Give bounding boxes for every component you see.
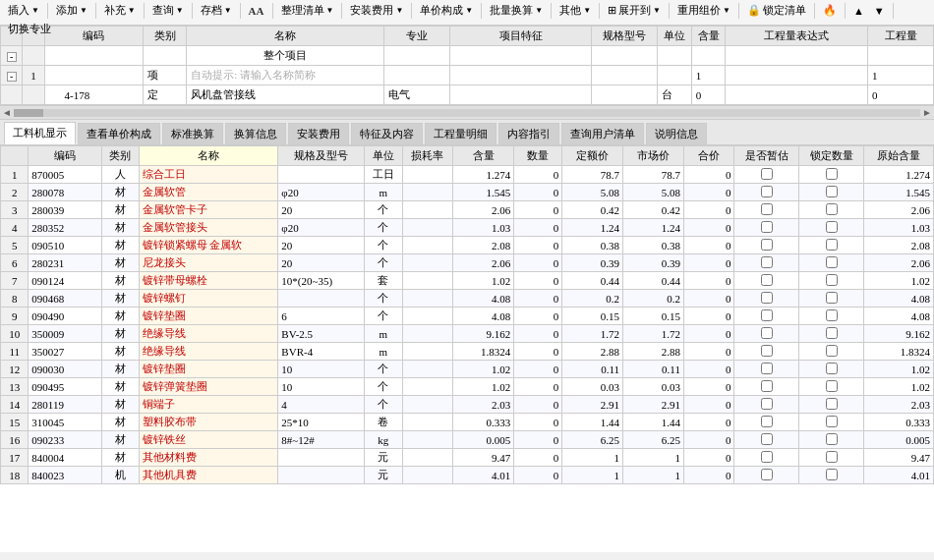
toolbar-down[interactable]: ▼	[870, 4, 889, 18]
lock-checkbox-2[interactable]	[826, 203, 838, 215]
tab-convert-info[interactable]: 换算信息	[225, 123, 286, 144]
row-est-16[interactable]	[734, 449, 799, 467]
toolbar-lock[interactable]: 🔒 锁定清单	[743, 2, 810, 19]
scroll-right[interactable]: ►	[922, 107, 932, 118]
row-lock-1[interactable]	[799, 184, 864, 201]
lock-checkbox-10[interactable]	[826, 345, 838, 357]
row-est-1[interactable]	[734, 184, 799, 201]
row-lock-8[interactable]	[799, 308, 864, 325]
lock-checkbox-0[interactable]	[826, 168, 838, 180]
tab-view-unit-price[interactable]: 查看单价构成	[78, 123, 160, 144]
row-est-8[interactable]	[734, 308, 799, 325]
tab-labor-material[interactable]: 工料机显示	[4, 122, 76, 144]
lock-checkbox-3[interactable]	[826, 221, 838, 233]
row-lock-13[interactable]	[799, 396, 864, 414]
toolbar-other[interactable]: 其他 ▼	[555, 2, 595, 19]
toolbar-reuse[interactable]: 重用组价 ▼	[673, 2, 734, 19]
est-checkbox-6[interactable]	[761, 274, 773, 286]
est-checkbox-15[interactable]	[761, 433, 773, 445]
row-est-13[interactable]	[734, 396, 799, 414]
lock-checkbox-5[interactable]	[826, 256, 838, 268]
row-lock-7[interactable]	[799, 290, 864, 308]
est-checkbox-14[interactable]	[761, 416, 773, 427]
row-est-11[interactable]	[734, 361, 799, 378]
row-lock-10[interactable]	[799, 343, 864, 361]
row-lock-2[interactable]	[799, 201, 864, 219]
row-lock-17[interactable]	[799, 467, 864, 484]
toolbar-unit-price[interactable]: 单价构成 ▼	[416, 2, 477, 19]
row-lock-6[interactable]	[799, 272, 864, 290]
est-checkbox-13[interactable]	[761, 398, 773, 410]
est-checkbox-4[interactable]	[761, 239, 773, 251]
scroll-left[interactable]: ◄	[2, 107, 12, 118]
toolbar-query[interactable]: 查询 ▼	[148, 2, 188, 19]
est-checkbox-12[interactable]	[761, 380, 773, 392]
scroll-bar[interactable]: ◄ ►	[0, 106, 934, 120]
est-checkbox-5[interactable]	[761, 256, 773, 268]
est-checkbox-2[interactable]	[761, 203, 773, 215]
est-checkbox-0[interactable]	[761, 168, 773, 180]
row-lock-11[interactable]	[799, 361, 864, 378]
row1-expand[interactable]: -	[1, 46, 23, 66]
lock-checkbox-15[interactable]	[826, 433, 838, 445]
row-est-14[interactable]	[734, 414, 799, 431]
lock-checkbox-1[interactable]	[826, 186, 838, 197]
row-est-12[interactable]	[734, 378, 799, 396]
lock-checkbox-11[interactable]	[826, 363, 838, 374]
lock-checkbox-16[interactable]	[826, 451, 838, 463]
toolbar-up[interactable]: ▲	[849, 4, 868, 18]
row2-name[interactable]: 自动提示: 请输入名称简称	[187, 66, 383, 85]
toolbar-batch-calc[interactable]: 批量换算 ▼	[486, 2, 547, 19]
toolbar-insert[interactable]: 插入 ▼	[4, 2, 43, 19]
row-lock-12[interactable]	[799, 378, 864, 396]
lock-checkbox-17[interactable]	[826, 469, 838, 480]
row2-expand[interactable]: -	[1, 66, 23, 85]
tab-user-list[interactable]: 查询用户清单	[561, 123, 644, 144]
tab-standard-convert[interactable]: 标准换算	[162, 123, 223, 144]
tab-description[interactable]: 说明信息	[646, 123, 707, 144]
est-checkbox-3[interactable]	[761, 221, 773, 233]
lock-checkbox-14[interactable]	[826, 416, 838, 427]
lock-checkbox-9[interactable]	[826, 327, 838, 339]
lock-checkbox-8[interactable]	[826, 309, 838, 321]
est-checkbox-16[interactable]	[761, 451, 773, 463]
tab-features-content[interactable]: 特征及内容	[351, 123, 423, 144]
toolbar-add[interactable]: 添加 ▼	[52, 2, 91, 19]
toolbar-aa[interactable]: AA	[245, 4, 268, 18]
est-checkbox-17[interactable]	[761, 469, 773, 480]
row-lock-3[interactable]	[799, 219, 864, 237]
row-est-10[interactable]	[734, 343, 799, 361]
toolbar-switch[interactable]: 切换专业	[4, 21, 55, 37]
lock-checkbox-6[interactable]	[826, 274, 838, 286]
tab-install-cost[interactable]: 安装费用	[288, 123, 349, 144]
toolbar-fire[interactable]: 🔥	[819, 3, 841, 18]
row-est-0[interactable]	[734, 166, 799, 184]
row-est-7[interactable]	[734, 290, 799, 308]
toolbar-install-fee[interactable]: 安装费用 ▼	[346, 2, 407, 19]
lock-checkbox-4[interactable]	[826, 239, 838, 251]
toolbar-expand[interactable]: ⊞ 展开到 ▼	[604, 2, 665, 19]
row-est-5[interactable]	[734, 254, 799, 272]
row-est-9[interactable]	[734, 325, 799, 343]
row-est-6[interactable]	[734, 272, 799, 290]
row-est-15[interactable]	[734, 431, 799, 449]
lock-checkbox-7[interactable]	[826, 292, 838, 304]
row-est-17[interactable]	[734, 467, 799, 484]
tab-content-guide[interactable]: 内容指引	[498, 123, 559, 144]
toolbar-archive[interactable]: 存档 ▼	[197, 2, 236, 19]
row-lock-4[interactable]	[799, 237, 864, 254]
est-checkbox-9[interactable]	[761, 327, 773, 339]
lock-checkbox-12[interactable]	[826, 380, 838, 392]
est-checkbox-10[interactable]	[761, 345, 773, 357]
row-est-4[interactable]	[734, 237, 799, 254]
row-lock-16[interactable]	[799, 449, 864, 467]
est-checkbox-11[interactable]	[761, 363, 773, 374]
row-lock-9[interactable]	[799, 325, 864, 343]
est-checkbox-8[interactable]	[761, 309, 773, 321]
row-lock-0[interactable]	[799, 166, 864, 184]
est-checkbox-1[interactable]	[761, 186, 773, 197]
row-lock-14[interactable]	[799, 414, 864, 431]
toolbar-supplement[interactable]: 补充 ▼	[100, 2, 140, 19]
row-lock-15[interactable]	[799, 431, 864, 449]
est-checkbox-7[interactable]	[761, 292, 773, 304]
